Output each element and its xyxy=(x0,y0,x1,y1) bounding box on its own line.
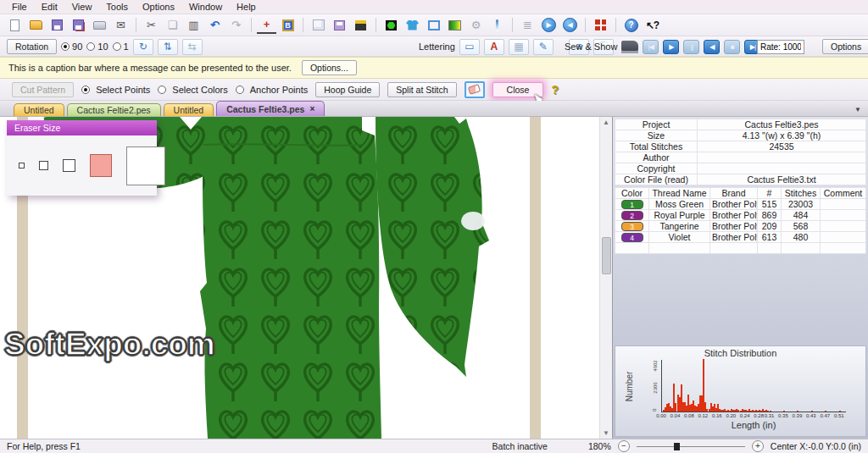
pattern-icon[interactable]: ▦ xyxy=(509,39,529,55)
thread-row[interactable]: 4 Violet Brother Poly 613 480 xyxy=(615,232,866,243)
table-row: ProjectCactus Feltie3.pes xyxy=(615,119,866,130)
step-back-button[interactable]: ◀ xyxy=(704,40,720,54)
project-info-table: ProjectCactus Feltie3.pes Size4.13 "(w) … xyxy=(615,119,866,185)
green-button-icon[interactable] xyxy=(381,17,401,34)
eraser-tool-button[interactable] xyxy=(465,81,485,98)
zoom-out-button[interactable]: − xyxy=(618,440,630,452)
angle-10-radio[interactable] xyxy=(86,42,95,51)
eraser-size-2[interactable] xyxy=(39,161,48,170)
caption-options-button[interactable]: Options... xyxy=(302,60,357,75)
close-button[interactable]: Close xyxy=(492,82,544,97)
color-gradient-icon[interactable] xyxy=(445,17,465,34)
save-as-icon[interactable] xyxy=(69,17,88,34)
tab-cactus-feltie2[interactable]: Cactus Feltie2.pes xyxy=(67,103,161,116)
tab-list-dropdown-icon[interactable]: ▼ xyxy=(854,106,861,113)
measure-icon[interactable]: + xyxy=(257,17,276,34)
rate-group xyxy=(757,36,804,57)
undo-icon[interactable]: ↶ xyxy=(205,17,225,34)
stop-button[interactable]: ■ xyxy=(724,40,740,54)
sewing-machine-icon[interactable] xyxy=(621,41,638,53)
nav-forward-icon[interactable]: ▶ xyxy=(539,17,559,34)
menu-options[interactable]: Options xyxy=(142,2,175,12)
thread-row[interactable]: 3 Tangerine Brother Poly 209 568 xyxy=(615,221,866,232)
menu-tools[interactable]: Tools xyxy=(106,2,128,12)
scroll-down-icon[interactable]: ▼ xyxy=(600,429,612,437)
flip-vertical-icon[interactable]: ⇅ xyxy=(158,39,178,55)
cut-pattern-button[interactable]: Cut Pattern xyxy=(12,82,74,97)
scroll-up-icon[interactable]: ▲ xyxy=(600,119,612,126)
table-row: Color File (read)Cactus Feltie3.txt xyxy=(615,174,866,185)
zoom-slider-handle[interactable] xyxy=(674,443,680,450)
eraser-size-3[interactable] xyxy=(63,159,75,172)
angle-90-radio[interactable] xyxy=(61,42,70,51)
zoom-slider[interactable] xyxy=(637,440,745,452)
flip-horizontal-icon[interactable]: ⇆ xyxy=(182,39,203,55)
tshirt-icon[interactable] xyxy=(403,17,422,34)
cut-icon[interactable]: ✂ xyxy=(142,17,161,34)
options-button[interactable]: Options xyxy=(822,39,868,54)
rate-input[interactable] xyxy=(757,40,804,54)
copy-icon[interactable]: ❏ xyxy=(163,17,182,34)
rotate-icon[interactable]: ↻ xyxy=(133,39,153,55)
help-shield-icon[interactable]: ? xyxy=(621,17,641,34)
menu-help[interactable]: Help xyxy=(236,2,256,12)
eraser-popup-title[interactable]: Eraser Size xyxy=(7,120,157,135)
tab-close-icon[interactable]: × xyxy=(309,104,314,113)
letter-b-icon[interactable]: B xyxy=(278,17,298,34)
print-icon[interactable] xyxy=(90,17,109,34)
letter-a-icon[interactable]: A xyxy=(484,39,504,55)
paste-icon[interactable]: ▥ xyxy=(184,17,203,34)
tab-cactus-feltie3-active[interactable]: Cactus Feltie3.pes × xyxy=(216,101,325,116)
help-question-icon[interactable]: ? xyxy=(551,83,559,97)
angle-1-label: 1 xyxy=(124,41,129,52)
angle-1-radio[interactable] xyxy=(113,42,121,51)
pause-button[interactable]: || xyxy=(683,40,699,54)
edit-pencil-icon[interactable]: ✎ xyxy=(533,39,554,55)
scrollbar-thumb[interactable] xyxy=(602,237,611,274)
main-toolbar: ✉ ✂ ❏ ▥ ↶ ↷ + B ⚙ ≣ ▶ ◀ ? ↖? xyxy=(0,14,868,36)
needle-icon[interactable] xyxy=(487,17,507,34)
tab-untitled-2[interactable]: Untitled xyxy=(164,103,214,116)
play-button[interactable]: ▶ xyxy=(663,40,679,54)
monitor-icon[interactable]: ▭ xyxy=(459,39,480,55)
thread-row[interactable]: 2 Royal Purple Brother Poly 869 484 xyxy=(615,210,866,221)
menu-bar: File Edit View Tools Options Window Help xyxy=(0,0,868,14)
eraser-size-4-selected[interactable] xyxy=(90,154,112,177)
context-help-icon[interactable]: ↖? xyxy=(643,17,662,34)
rotation-group: Rotation 90 10 1 ↻ ⇅ ⇆ xyxy=(7,36,203,57)
open-folder-icon[interactable] xyxy=(26,17,46,34)
nav-back-icon[interactable]: ◀ xyxy=(560,17,580,34)
selection-frame-icon[interactable] xyxy=(424,17,443,34)
canvas-vertical-scrollbar[interactable]: ▲ ▼ xyxy=(599,117,612,439)
floppy-yellow-icon[interactable] xyxy=(351,17,370,34)
red-grid-icon[interactable] xyxy=(591,17,610,34)
menu-edit[interactable]: Edit xyxy=(42,2,58,12)
select-colors-radio[interactable] xyxy=(158,86,166,94)
box-3d-icon[interactable] xyxy=(309,17,328,34)
new-document-icon[interactable] xyxy=(5,17,25,34)
zoom-in-button[interactable]: + xyxy=(752,440,764,452)
thread-row[interactable]: 1 Moss Green Brother Poly 515 23003 xyxy=(615,199,866,210)
rotation-button[interactable]: Rotation xyxy=(7,39,57,54)
select-points-radio[interactable] xyxy=(81,86,90,94)
menu-file[interactable]: File xyxy=(12,2,27,12)
main-area: SoftExpo.com Eraser Size ▲ ▼ ProjectCact… xyxy=(0,117,868,439)
gears-icon[interactable]: ⚙ xyxy=(466,17,486,34)
hoop-guide-button[interactable]: Hoop Guide xyxy=(315,82,380,97)
hoop-bar-right xyxy=(530,117,541,439)
tab-untitled-1[interactable]: Untitled xyxy=(14,103,64,116)
anchor-points-radio[interactable] xyxy=(236,86,244,94)
email-icon[interactable]: ✉ xyxy=(111,17,131,34)
status-bar: For Help, press F1 Batch inactive 180% −… xyxy=(0,439,868,453)
menu-window[interactable]: Window xyxy=(189,2,222,12)
split-at-stitch-button[interactable]: Split at Stitch xyxy=(387,82,456,97)
redo-icon[interactable]: ↷ xyxy=(226,17,246,34)
save-icon[interactable] xyxy=(47,17,67,34)
menu-view[interactable]: View xyxy=(72,2,92,12)
go-first-button[interactable]: |◀ xyxy=(643,40,659,54)
floppy-purple-icon[interactable] xyxy=(330,17,349,34)
eraser-size-5[interactable] xyxy=(126,146,165,185)
design-canvas[interactable]: SoftExpo.com Eraser Size ▲ ▼ xyxy=(0,117,612,439)
eraser-size-1[interactable] xyxy=(19,163,25,168)
notes-icon[interactable]: ≣ xyxy=(518,17,537,34)
